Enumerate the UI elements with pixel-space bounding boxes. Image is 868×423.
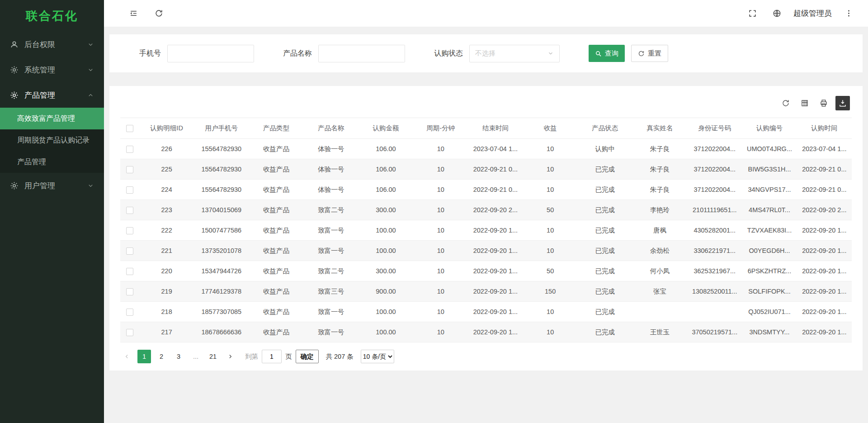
sidebar-item-system-mgmt[interactable]: 系统管理 [0, 57, 104, 82]
status-select[interactable]: 不选择 [469, 45, 560, 62]
table-cell: 2022-09-20 2... [468, 200, 523, 220]
table-cell: 4MS47RL0T... [742, 200, 797, 220]
fullscreen-icon[interactable] [745, 6, 760, 21]
more-vertical-icon[interactable] [841, 6, 856, 21]
select-all-checkbox[interactable] [126, 125, 133, 132]
prev-page-button[interactable] [120, 350, 134, 363]
table-cell: 13082520011... [687, 281, 742, 302]
sidebar: 联合石化 后台权限 系统管理 [0, 0, 104, 423]
globe-icon[interactable] [769, 6, 784, 21]
table-cell: 致富二号 [304, 200, 359, 220]
sidebar-item-product-mgmt[interactable]: 产品管理 [0, 82, 104, 108]
table-cell: 225 [139, 159, 194, 180]
page-ellipsis: ... [189, 350, 203, 363]
row-checkbox[interactable] [126, 309, 133, 316]
table-cell [632, 302, 687, 322]
search-icon [595, 50, 602, 57]
columns-icon[interactable] [797, 96, 812, 110]
search-button[interactable]: 查询 [589, 45, 625, 62]
table-cell: 300.00 [359, 261, 413, 281]
jump-to-label: 到第 [245, 352, 258, 361]
table-cell: 已完成 [578, 220, 632, 241]
sidebar-nav: 后台权限 系统管理 产品管理 [0, 32, 104, 198]
refresh-icon[interactable] [151, 6, 166, 21]
export-icon[interactable] [835, 96, 850, 110]
sidebar-subitem-period-subscribe-records[interactable]: 周期脱贫产品认购记录 [0, 129, 104, 151]
page-button-3[interactable]: 3 [172, 350, 185, 363]
row-checkbox[interactable] [126, 247, 133, 255]
app-logo: 联合石化 [0, 0, 104, 32]
table-cell: 李艳玲 [632, 200, 687, 220]
pagination: 1 2 3 ... 21 到第 页 确定 共 207 条 10 条/页 [109, 342, 863, 368]
table-row: 22515564782930收益产品体验一号106.00102022-09-21… [120, 159, 852, 180]
table-row: 22215007477586收益产品致富一号100.00102022-09-20… [120, 220, 852, 241]
table-cell: 3712022004... [687, 139, 742, 159]
confirm-page-button[interactable]: 确定 [296, 350, 319, 363]
table-row: 21718678666636收益产品致富一号100.00102022-09-20… [120, 322, 852, 342]
sidebar-item-user-mgmt[interactable]: 用户管理 [0, 173, 104, 198]
table-cell: 收益产品 [249, 200, 303, 220]
product-name-label: 产品名称 [283, 49, 312, 58]
page-button-1[interactable]: 1 [137, 350, 151, 363]
chevron-down-icon [87, 41, 94, 48]
phone-filter-field: 手机号 [139, 45, 254, 62]
next-page-button[interactable] [223, 350, 237, 363]
sidebar-item-admin-perms[interactable]: 后台权限 [0, 32, 104, 57]
row-checkbox[interactable] [126, 227, 133, 234]
table-row: 21818577307085收益产品致富一号100.00102022-09-20… [120, 302, 852, 322]
row-checkbox[interactable] [126, 207, 133, 214]
admin-name[interactable]: 超级管理员 [793, 8, 832, 19]
table-cell: UMO0T4JRG... [742, 139, 797, 159]
print-icon[interactable] [816, 96, 831, 110]
table-row: 22113735201078收益产品致富一号100.00102022-09-20… [120, 241, 852, 261]
table-cell: 2022-09-20 1... [468, 261, 523, 281]
gear-icon [10, 91, 19, 100]
table-cell: 224 [139, 180, 194, 200]
table-cell: 10 [413, 180, 468, 200]
table-cell: 18678666636 [194, 322, 249, 342]
row-checkbox[interactable] [126, 166, 133, 173]
table-cell: 已完成 [578, 241, 632, 261]
row-checkbox[interactable] [126, 268, 133, 275]
row-checkbox[interactable] [126, 329, 133, 336]
sidebar-subitem-product-mgmt[interactable]: 产品管理 [0, 151, 104, 173]
row-checkbox[interactable] [126, 186, 133, 194]
reset-button[interactable]: 重置 [631, 45, 668, 62]
row-checkbox-cell [120, 220, 139, 241]
filter-bar: 手机号 产品名称 认购状态 不选择 [109, 34, 863, 72]
page-button-2[interactable]: 2 [155, 350, 168, 363]
page-size-select[interactable]: 10 条/页 [361, 350, 394, 363]
table-cell: 50 [523, 200, 578, 220]
refresh-icon[interactable] [778, 96, 793, 110]
page-button-21[interactable]: 21 [206, 350, 220, 363]
app-root: 联合石化 后台权限 系统管理 [0, 0, 868, 423]
table-cell: 2023-07-04 1... [468, 139, 523, 159]
product-name-input[interactable] [318, 45, 405, 62]
table-cell: 2022-09-21 0... [468, 159, 523, 180]
gear-icon [10, 181, 19, 190]
table-cell: 10 [523, 180, 578, 200]
column-header-3: 产品名称 [304, 118, 359, 139]
row-checkbox[interactable] [126, 146, 133, 153]
table-cell: 219 [139, 281, 194, 302]
sidebar-item-label: 后台权限 [24, 39, 55, 50]
table-cell: 张宝 [632, 281, 687, 302]
column-header-12: 认购时间 [797, 118, 852, 139]
table-cell: 220 [139, 261, 194, 281]
row-checkbox[interactable] [126, 288, 133, 295]
table-cell: 100.00 [359, 302, 413, 322]
column-header-0: 认购明细ID [139, 118, 194, 139]
table-cell: 朱子良 [632, 159, 687, 180]
table-cell: 收益产品 [249, 261, 303, 281]
table-cell: 致富一号 [304, 322, 359, 342]
sidebar-subitem-efficient-product-mgmt[interactable]: 高效致富产品管理 [0, 108, 104, 129]
table-card: 认购明细ID用户手机号产品类型产品名称认购金额周期-分钟结束时间收益产品状态真实… [109, 86, 863, 371]
collapse-menu-icon[interactable] [126, 6, 141, 21]
table-cell: 217 [139, 322, 194, 342]
phone-input[interactable] [167, 45, 254, 62]
row-checkbox-cell [120, 261, 139, 281]
subscription-table: 认购明细ID用户手机号产品类型产品名称认购金额周期-分钟结束时间收益产品状态真实… [120, 118, 852, 342]
jump-page-input[interactable] [262, 350, 282, 363]
table-cell: 收益产品 [249, 241, 303, 261]
table-cell: 致富一号 [304, 241, 359, 261]
